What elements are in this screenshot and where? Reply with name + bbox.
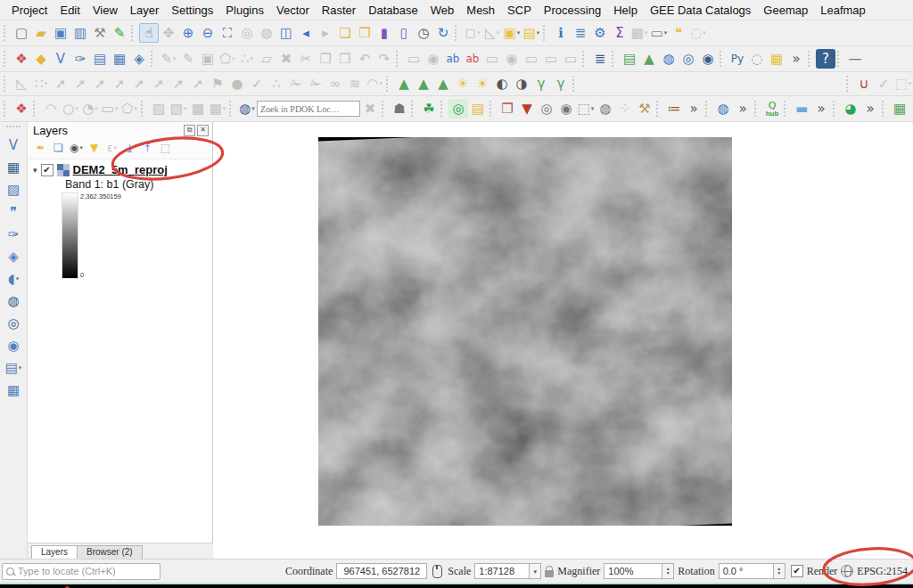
statistics-icon[interactable]: ≣ [571, 23, 590, 43]
extents-toggle-icon[interactable] [431, 564, 444, 579]
select-features-icon-dropdown[interactable]: ▾ [477, 29, 481, 37]
cut-features-icon[interactable]: ✂ [296, 49, 316, 69]
shape-poly-icon-dropdown[interactable]: ▾ [134, 105, 137, 112]
add-vector-layer-icon[interactable]: V [3, 135, 24, 156]
map-tips-icon[interactable]: ❝ [669, 23, 688, 43]
overflow4-icon[interactable]: » [811, 99, 831, 118]
add-vector-icon[interactable]: V [51, 49, 70, 69]
toolbar-separator[interactable] [833, 101, 839, 117]
toolbar-separator[interactable] [784, 101, 790, 117]
add-mesh-layer-icon[interactable]: ▨ [3, 179, 24, 200]
select-by-value-icon-dropdown[interactable]: ▾ [517, 29, 521, 37]
expander-icon[interactable]: ▾ [33, 166, 37, 175]
redo-icon[interactable]: ↷ [374, 49, 394, 69]
processing-toolbox-icon[interactable]: ⚙ [590, 23, 610, 43]
new-map-view-icon[interactable]: ❏ [335, 23, 355, 43]
filter-legend-icon[interactable]: ▼ [86, 140, 102, 155]
stack-tool-icon[interactable]: ≋ [345, 74, 365, 94]
overflow2-icon[interactable]: » [684, 99, 703, 118]
pdok-input[interactable] [257, 101, 360, 117]
magnifier-red-icon[interactable]: ◎ [537, 99, 556, 118]
toolbar-separator[interactable] [754, 101, 761, 117]
toolbar-separator[interactable] [440, 101, 447, 117]
mask-plugin-icon[interactable]: ☗ [390, 99, 409, 118]
toolbar-separator[interactable] [4, 51, 10, 67]
globe-search-icon[interactable]: ◎ [679, 49, 698, 69]
toolbar-separator[interactable] [837, 51, 843, 67]
magnifier-red2-icon[interactable]: ◉ [556, 99, 576, 118]
snapping-magnet-icon[interactable]: ∪ [854, 74, 874, 94]
checker-arrow-icon-dropdown[interactable]: ▾ [184, 105, 187, 112]
add-group-icon[interactable]: ❏ [51, 140, 66, 155]
toolbar-separator[interactable] [411, 101, 417, 117]
gamma-minus-icon[interactable]: γ [551, 74, 571, 94]
pan-to-selection-icon[interactable]: ✥ [159, 23, 178, 43]
checker-edit-icon[interactable]: ▨ [149, 99, 169, 118]
python-console-icon[interactable]: Py [728, 49, 747, 69]
save-as-icon[interactable]: ▥ [70, 23, 90, 43]
qhub-icon[interactable]: Qhub [762, 99, 782, 118]
toolbar-separator[interactable] [33, 101, 39, 117]
zoom-native-icon[interactable]: ◫ [276, 23, 296, 43]
add-raster-layer-icon[interactable]: ▦ [3, 157, 24, 178]
contrast-minus-icon[interactable]: ◑ [512, 74, 531, 94]
help-icon[interactable]: ? [816, 49, 835, 69]
refresh-icon[interactable]: ↻ [433, 23, 453, 43]
magnifier-spinner[interactable]: 100% ▲▼ [604, 563, 674, 579]
osm-place-search-icon[interactable]: ▤ [620, 49, 639, 69]
project-properties-icon[interactable]: ⚒ [90, 23, 110, 43]
datasource-manager-icon[interactable]: ❖ [12, 49, 31, 69]
shape-ellipse-icon[interactable]: ◔▾ [80, 99, 100, 118]
topo-tool3-icon[interactable]: ➚ [90, 74, 110, 94]
globe-binoculars-icon[interactable]: ◉ [698, 49, 718, 69]
menu-database[interactable]: Database [362, 2, 424, 19]
checker-cycle-icon[interactable]: ▩ [188, 99, 208, 118]
add-postgis-icon-dropdown[interactable]: ▾ [16, 275, 20, 282]
label-rotate-icon[interactable]: ▭ [541, 49, 561, 69]
toolbar-separator[interactable] [720, 51, 726, 67]
histogram-local-icon[interactable]: ▲ [433, 74, 453, 94]
nominatim-search-icon-dropdown[interactable]: ▾ [703, 29, 706, 37]
menu-vector[interactable]: Vector [270, 2, 316, 19]
panel-close-icon[interactable]: ✕ [197, 125, 209, 136]
cad-dots-icon-dropdown[interactable]: ▾ [45, 80, 48, 87]
panel-float-icon[interactable]: ⧉ [184, 125, 195, 136]
add-wfs-icon[interactable]: ◈ [129, 49, 149, 69]
cad-dots-icon[interactable]: ∷▾ [31, 74, 51, 94]
label-highlight-icon[interactable]: ab [463, 49, 482, 69]
arc-tool-icon-dropdown[interactable]: ▾ [379, 80, 382, 87]
attribute-table-icon[interactable]: ▦▾ [629, 23, 649, 43]
select-by-value-icon[interactable]: ▣▾ [502, 23, 522, 43]
database-manager-icon[interactable]: ≣ [590, 49, 610, 69]
shape-rect-icon-dropdown[interactable]: ▾ [115, 105, 119, 112]
new-bookmark-icon[interactable]: ▮ [374, 23, 394, 43]
save-project-icon[interactable]: ▣ [51, 23, 70, 43]
current-edits-icon[interactable]: ✎▾ [159, 49, 178, 69]
zoom-last-icon[interactable]: ◂ [296, 23, 316, 43]
add-delimited-text-icon[interactable]: ❞ [3, 201, 24, 223]
menu-gee-data-catalogs[interactable]: GEE Data Catalogs [644, 2, 757, 19]
toolbar-separator[interactable] [705, 101, 711, 117]
osm-map-icon[interactable]: ▤ [468, 99, 488, 118]
layer-tree-item[interactable]: ▾ ✔ DEM2_5m_reproj [29, 163, 210, 176]
add-virtual-layer-icon[interactable]: ▤▾ [3, 357, 24, 379]
add-chip-icon[interactable]: ▤ [90, 49, 110, 69]
tab-layers[interactable]: Layers [31, 545, 78, 559]
zoom-out-icon[interactable]: ⊖ [198, 23, 218, 43]
map-canvas[interactable] [213, 122, 913, 559]
toolbar-separator[interactable] [151, 51, 157, 67]
temporal-controller-icon[interactable]: ◷ [414, 23, 433, 43]
shape-circle2-icon[interactable]: ○▾ [61, 99, 80, 118]
toolbar-separator[interactable] [572, 76, 579, 92]
toolbar-separator[interactable] [4, 101, 10, 117]
menu-processing[interactable]: Processing [538, 2, 607, 19]
deselect-icon-dropdown[interactable]: ▾ [497, 29, 500, 37]
advanced-digitizing-icon[interactable]: ◺ [12, 74, 31, 94]
save-edits-icon[interactable]: ▣ [198, 49, 218, 69]
lock-scale-icon[interactable] [545, 570, 554, 577]
plugin-arrows-icon[interactable]: ❖ [12, 99, 31, 118]
add-wcs-layer-icon[interactable]: ◎ [3, 313, 24, 334]
topo-tool8-icon[interactable]: ➚ [188, 74, 208, 94]
coordinate-input[interactable]: 967451, 6527812 [336, 563, 427, 579]
new-project-icon[interactable]: ▢ [12, 23, 31, 43]
